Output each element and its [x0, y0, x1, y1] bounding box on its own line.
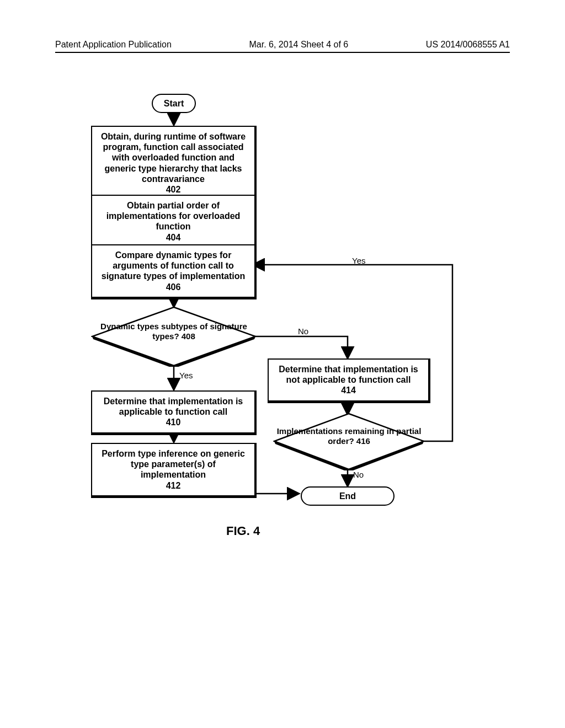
process-406: Compare dynamic types for arguments of f…	[91, 244, 257, 299]
process-402-text: Obtain, during runtime of software progr…	[101, 132, 246, 194]
start-text: Start	[164, 99, 184, 108]
process-406-text: Compare dynamic types for arguments of f…	[102, 250, 245, 292]
page: Patent Application Publication Mar. 6, 2…	[0, 0, 565, 728]
process-414: Determine that implementation is not app…	[268, 358, 430, 403]
label-no-408: No	[298, 326, 308, 336]
header-rule	[55, 52, 510, 53]
page-header: Patent Application Publication Mar. 6, 2…	[0, 40, 565, 50]
process-404: Obtain partial order of implementations …	[91, 195, 257, 250]
header-right: US 2014/0068555 A1	[426, 40, 510, 50]
label-yes-416: Yes	[352, 256, 365, 265]
figure-label: FIG. 4	[226, 524, 260, 538]
process-412: Perform type inference on generic type p…	[91, 443, 257, 498]
decision-408: Dynamic types subtypes of signature type…	[91, 306, 257, 367]
label-no-416: No	[353, 470, 364, 479]
decision-408-text: Dynamic types subtypes of signature type…	[91, 322, 257, 341]
start-terminator: Start	[152, 94, 196, 113]
process-410-text: Determine that implementation is applica…	[104, 397, 243, 427]
header-center: Mar. 6, 2014 Sheet 4 of 6	[249, 40, 348, 50]
end-terminator: End	[301, 486, 395, 506]
decision-416: Implementations remaining in partial ord…	[273, 413, 425, 470]
process-414-text: Determine that implementation is not app…	[279, 365, 418, 395]
decision-416-text: Implementations remaining in partial ord…	[273, 426, 425, 446]
process-404-text: Obtain partial order of implementations …	[106, 201, 241, 242]
end-text: End	[339, 491, 356, 501]
label-yes-408: Yes	[179, 371, 193, 380]
process-402: Obtain, during runtime of software progr…	[91, 126, 257, 202]
process-410: Determine that implementation is applica…	[91, 390, 257, 435]
process-412-text: Perform type inference on generic type p…	[102, 449, 245, 490]
header-left: Patent Application Publication	[55, 40, 172, 50]
flowchart: Start Obtain, during runtime of software…	[55, 83, 510, 662]
